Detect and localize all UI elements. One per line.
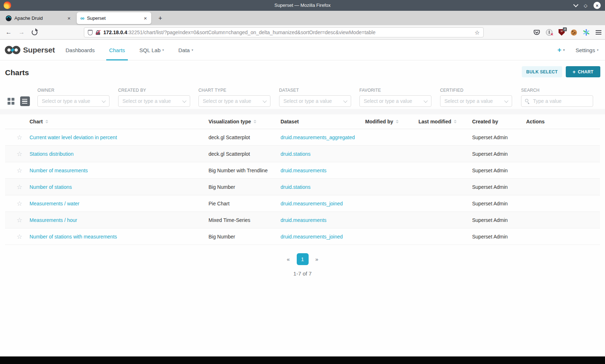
dataset-link[interactable]: druid.stations [281, 151, 310, 157]
superset-logo[interactable]: Superset [4, 40, 55, 60]
tab-superset[interactable]: ∞ Superset × [77, 12, 151, 24]
current-page-button[interactable]: 1 [297, 253, 309, 265]
card-view-toggle[interactable] [8, 98, 14, 105]
owner-select[interactable]: Select or type a value [37, 95, 109, 107]
visualization-type-value: deck.gl Scatterplot [206, 151, 278, 157]
tab-apache-druid[interactable]: Apache Druid × [2, 12, 75, 24]
chevron-down-icon [343, 99, 347, 103]
window-maximize-icon[interactable]: ◇ [584, 3, 587, 8]
hamburger-menu-icon[interactable] [596, 30, 601, 35]
filter-label: CHART TYPE [198, 88, 270, 93]
previous-page-button[interactable]: « [287, 256, 290, 262]
adblock-shield-icon[interactable]: u 4 [559, 29, 565, 36]
created-by-value: Superset Admin [470, 168, 524, 173]
table-row: ☆ Measurements / water Pie Chart druid.m… [5, 195, 600, 212]
certified-select[interactable]: Select or type a value [440, 95, 512, 107]
created-by-value: Superset Admin [470, 201, 524, 206]
url-bar[interactable]: 172.18.0.4:32251/chart/list/?pageIndex=0… [84, 27, 484, 37]
dataset-link[interactable]: druid.measurements [281, 168, 327, 173]
chart-link[interactable]: Stations distribution [30, 151, 73, 157]
reload-icon [32, 29, 37, 35]
add-new-menu[interactable]: + ▾ [557, 46, 565, 54]
chart-link[interactable]: Number of measurements [30, 168, 88, 173]
column-header-chart[interactable]: Chart [27, 119, 206, 124]
column-header-last-modified[interactable]: Last modified [416, 119, 470, 124]
chevron-down-icon: ▾ [563, 48, 565, 52]
table-row: ☆ Number of measurements Big Number with… [5, 162, 600, 179]
extension-badge: 4 [563, 27, 567, 31]
privacy-extension-icon[interactable]: ✕ [546, 29, 552, 36]
chart-type-select[interactable]: Select or type a value [198, 95, 270, 107]
select-placeholder: Select or type a value [122, 98, 171, 104]
select-placeholder: Select or type a value [444, 98, 493, 104]
column-header-visualization-type[interactable]: Visualization type [206, 119, 278, 124]
firefox-window: Superset — Mozilla Firefox ◇ × Apache Dr… [0, 0, 605, 364]
dataset-link[interactable]: druid.measurements_aggregated [281, 135, 355, 140]
nav-item-charts[interactable]: Charts [102, 40, 132, 60]
created-by-select[interactable]: Select or type a value [118, 95, 190, 107]
add-chart-label: CHART [578, 69, 593, 74]
filter-certified: CERTIFIED Select or type a value [440, 88, 512, 107]
chart-link[interactable]: Measurements / hour [30, 217, 77, 223]
new-tab-button[interactable]: + [156, 14, 165, 23]
column-label: Created by [472, 119, 498, 124]
dataset-select[interactable]: Select or type a value [279, 95, 351, 107]
next-page-button[interactable]: » [315, 256, 318, 262]
favorite-star-icon[interactable]: ☆ [17, 167, 22, 174]
url-text: 172.18.0.4:32251/chart/list/?pageIndex=0… [103, 29, 471, 35]
nav-item-data[interactable]: Data ▾ [171, 40, 200, 60]
dataset-link[interactable]: druid.measurements_joined [281, 234, 343, 240]
tab-title: Apache Druid [14, 15, 67, 21]
search-input[interactable] [532, 98, 599, 104]
chart-link[interactable]: Number of stations with measurements [30, 234, 117, 240]
favorite-star-icon[interactable]: ☆ [17, 151, 22, 157]
chevron-down-icon [263, 99, 266, 103]
nav-item-sql-lab[interactable]: SQL Lab ▾ [132, 40, 171, 60]
window-minimize-icon[interactable] [573, 2, 578, 7]
window-close-icon[interactable]: × [593, 2, 601, 9]
nav-item-dashboards[interactable]: Dashboards [58, 40, 102, 60]
chart-link[interactable]: Measurements / water [30, 201, 80, 206]
favorite-star-icon[interactable]: ☆ [17, 233, 22, 240]
favorite-select[interactable]: Select or type a value [359, 95, 431, 107]
bookmark-star-icon[interactable]: ☆ [475, 29, 480, 36]
settings-label: Settings [575, 47, 595, 53]
plus-icon: + [573, 69, 575, 75]
dataset-link[interactable]: druid.measurements [281, 217, 327, 223]
settings-menu[interactable]: Settings ▾ [575, 47, 599, 53]
pagination: « 1 » [0, 253, 605, 265]
dataset-link[interactable]: druid.measurements_joined [281, 201, 343, 206]
table-row: ☆ Number of stations Big Number druid.st… [5, 179, 600, 195]
dataset-link[interactable]: druid.stations [281, 184, 310, 190]
tab-close-icon[interactable]: × [67, 15, 71, 21]
column-header-modified-by[interactable]: Modified by [363, 119, 416, 124]
tracking-shield-icon[interactable] [88, 30, 93, 35]
tab-close-icon[interactable]: × [143, 15, 148, 21]
visualization-type-value: Big Number [206, 184, 278, 190]
filter-owner: OWNER Select or type a value [37, 88, 109, 107]
add-chart-button[interactable]: + CHART [566, 66, 600, 77]
favorite-star-icon[interactable]: ☆ [17, 200, 22, 207]
chevron-down-icon [102, 99, 106, 103]
forward-button[interactable]: → [17, 28, 26, 37]
list-view-toggle[interactable] [20, 96, 30, 106]
chart-link[interactable]: Number of stations [30, 184, 72, 190]
favorite-star-icon[interactable]: ☆ [17, 184, 22, 190]
select-placeholder: Select or type a value [283, 98, 332, 104]
chart-link[interactable]: Current water level deviation in percent [30, 135, 117, 140]
favorite-star-icon[interactable]: ☆ [17, 217, 22, 223]
column-label: Visualization type [209, 119, 251, 124]
reload-button[interactable] [30, 28, 39, 37]
bulk-select-button[interactable]: BULK SELECT [522, 66, 562, 77]
colorful-asterisk-extension-icon[interactable] [583, 29, 590, 36]
nav-label: Dashboards [66, 47, 95, 53]
table-row: ☆ Stations distribution deck.gl Scatterp… [5, 146, 600, 162]
back-button[interactable]: ← [4, 28, 13, 37]
favorite-star-icon[interactable]: ☆ [17, 134, 22, 141]
cookie-extension-icon[interactable] [571, 29, 577, 36]
insecure-lock-icon[interactable] [96, 30, 100, 35]
pocket-icon[interactable] [534, 30, 540, 35]
filter-search: SEARCH [521, 88, 593, 107]
filter-label: SEARCH [521, 88, 593, 93]
nav-label: SQL Lab [139, 47, 161, 53]
